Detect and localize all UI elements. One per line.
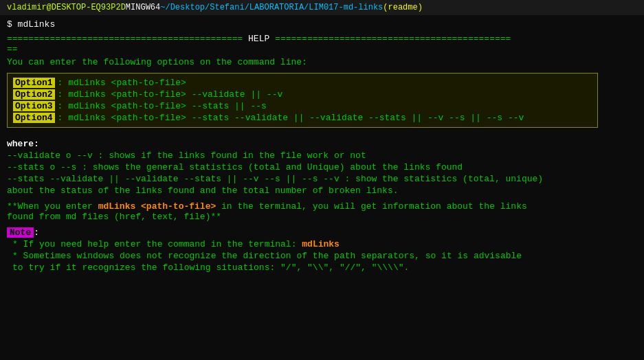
note-line-3: to try if it recognizes the following si… bbox=[7, 262, 637, 273]
terminal-content: $ mdLinks ==============================… bbox=[0, 15, 644, 281]
option1-label: Option1 bbox=[13, 78, 55, 88]
when-mdlinks-highlight: mdLinks <path-to-file> bbox=[98, 201, 216, 212]
note-label: Note bbox=[7, 227, 34, 238]
help-label: HELP bbox=[243, 34, 275, 44]
option-line-2: Option2 : mdLinks <path-to-file> --valid… bbox=[13, 89, 592, 100]
divider-line1: ========================================… bbox=[7, 34, 637, 54]
title-shell: MINGW64 bbox=[126, 3, 160, 12]
divider-left: ========================================… bbox=[7, 34, 243, 44]
intro-text: You can enter the following options on t… bbox=[7, 57, 637, 67]
prompt-line: $ mdLinks bbox=[7, 19, 637, 30]
divider-line2: == bbox=[7, 44, 18, 54]
option4-text: : mdLinks <path-to-file> --stats --valid… bbox=[58, 113, 524, 123]
when-section: **When you enter mdLinks <path-to-file> … bbox=[7, 201, 637, 222]
title-path: ~/Desktop/Stefani/LABORATORIA/LIM017-md-… bbox=[160, 3, 383, 12]
divider-right: ========================================… bbox=[275, 34, 511, 44]
note-section: Note: * If you need help enter the comma… bbox=[7, 227, 637, 273]
option3-text: : mdLinks <path-to-file> --stats || --s bbox=[58, 101, 267, 111]
desc-line-4: about the status of the links found and … bbox=[7, 185, 637, 196]
option2-text: : mdLinks <path-to-file> --validate || -… bbox=[58, 89, 283, 100]
title-bar: vladimir@DESKTOP-EQ93P2D MINGW64 ~/Deskt… bbox=[0, 0, 644, 15]
desc-line-2: --stats o --s : shows the general statis… bbox=[7, 162, 637, 172]
prompt-dollar: $ bbox=[7, 19, 12, 30]
note-colon: : bbox=[34, 227, 39, 238]
option1-text: : mdLinks <path-to-file> bbox=[58, 78, 186, 88]
title-branch: (readme) bbox=[383, 3, 423, 12]
option-line-3: Option3 : mdLinks <path-to-file> --stats… bbox=[13, 101, 592, 111]
desc-line-1: --validate o --v : shows if the links fo… bbox=[7, 150, 637, 161]
when-text-suffix: in the terminal, you will get informatio… bbox=[216, 201, 526, 212]
option4-label: Option4 bbox=[13, 113, 55, 123]
prompt-cmd: mdLinks bbox=[12, 19, 55, 30]
options-box: Option1 : mdLinks <path-to-file> Option2… bbox=[7, 73, 598, 128]
terminal: vladimir@DESKTOP-EQ93P2D MINGW64 ~/Deskt… bbox=[0, 0, 644, 360]
option-line-1: Option1 : mdLinks <path-to-file> bbox=[13, 78, 592, 88]
when-text-prefix: **When you enter bbox=[7, 201, 98, 212]
option3-label: Option3 bbox=[13, 101, 55, 111]
note-line-1: * If you need help enter the command in … bbox=[7, 239, 637, 249]
where-section: where: --validate o --v : shows if the l… bbox=[7, 139, 637, 196]
title-user: vladimir@DESKTOP-EQ93P2D bbox=[7, 3, 126, 12]
when-line2: found from md files (href, text, file)** bbox=[7, 212, 221, 222]
where-label: where: bbox=[7, 139, 39, 149]
option-line-4: Option4 : mdLinks <path-to-file> --stats… bbox=[13, 113, 592, 123]
desc-line-3: --stats --validate || --validate --stats… bbox=[7, 174, 637, 184]
option2-label: Option2 bbox=[13, 89, 55, 100]
note-line-2: * Sometimes windows does not recognize t… bbox=[7, 251, 637, 261]
note-mdlinks-highlight: mdLinks bbox=[302, 239, 340, 249]
